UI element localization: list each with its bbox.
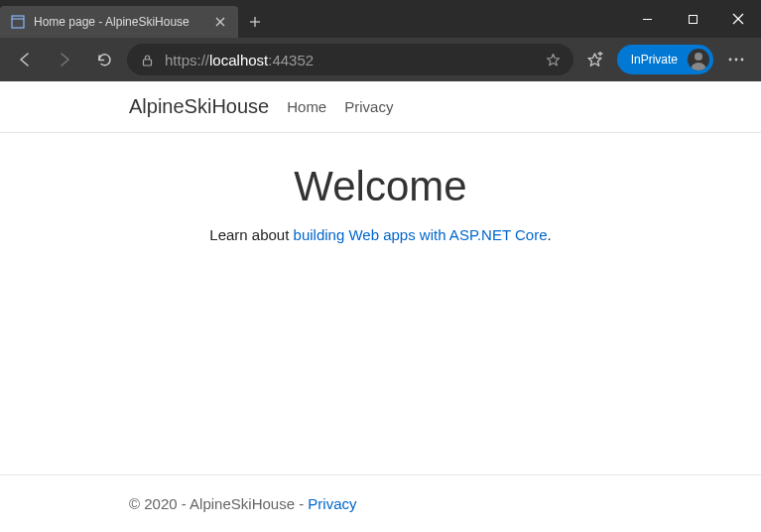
nav-privacy[interactable]: Privacy xyxy=(344,98,393,115)
learn-period: . xyxy=(548,226,552,243)
svg-point-15 xyxy=(741,59,744,62)
url-scheme: https:// xyxy=(165,52,209,68)
footer-text: © 2020 - AlpineSkiHouse - xyxy=(129,495,308,512)
browser-tab[interactable]: Home page - AlpineSkiHouse xyxy=(0,6,238,38)
footer-privacy-link[interactable]: Privacy xyxy=(308,495,356,512)
favorites-button[interactable] xyxy=(579,44,611,75)
main-area: Welcome Learn about building Web apps wi… xyxy=(0,133,761,474)
titlebar-spacer xyxy=(272,0,624,38)
site-navbar: AlpineSkiHouse Home Privacy xyxy=(0,81,761,133)
url-host: localhost xyxy=(209,52,268,68)
footer: © 2020 - AlpineSkiHouse - Privacy xyxy=(0,474,761,532)
tab-title: Home page - AlpineSkiHouse xyxy=(34,15,204,29)
tab-close-button[interactable] xyxy=(212,14,228,30)
back-button[interactable] xyxy=(8,43,42,76)
favorite-icon[interactable] xyxy=(546,52,562,67)
profile-icon xyxy=(688,49,709,70)
window-controls xyxy=(624,0,761,38)
page-content: AlpineSkiHouse Home Privacy Welcome Lear… xyxy=(0,81,761,532)
learn-link[interactable]: building Web apps with ASP.NET Core xyxy=(294,226,548,243)
brand-link[interactable]: AlpineSkiHouse xyxy=(129,95,269,118)
svg-rect-7 xyxy=(689,15,697,23)
close-window-button[interactable] xyxy=(715,4,761,34)
learn-text: Learn about building Web apps with ASP.N… xyxy=(209,226,551,243)
page-icon xyxy=(10,14,26,30)
svg-rect-0 xyxy=(12,16,24,28)
lock-icon xyxy=(139,52,155,67)
new-tab-button[interactable] xyxy=(238,6,272,38)
forward-button[interactable] xyxy=(48,43,81,76)
nav-home[interactable]: Home xyxy=(287,98,326,115)
minimize-button[interactable] xyxy=(624,4,670,34)
titlebar: Home page - AlpineSkiHouse xyxy=(0,0,761,38)
settings-menu-button[interactable] xyxy=(719,43,753,76)
svg-point-13 xyxy=(729,59,732,62)
maximize-button[interactable] xyxy=(670,4,715,34)
url-port: :44352 xyxy=(268,52,314,68)
url-text: https://localhost:44352 xyxy=(165,52,536,68)
browser-toolbar: https://localhost:44352 InPrivate xyxy=(0,38,761,81)
inprivate-badge[interactable]: InPrivate xyxy=(617,45,713,74)
svg-rect-10 xyxy=(143,60,151,66)
page-heading: Welcome xyxy=(294,163,466,210)
svg-point-14 xyxy=(735,59,738,62)
refresh-button[interactable] xyxy=(87,43,121,76)
address-bar[interactable]: https://localhost:44352 xyxy=(127,44,573,75)
inprivate-label: InPrivate xyxy=(631,53,678,66)
learn-prefix: Learn about xyxy=(209,226,293,243)
